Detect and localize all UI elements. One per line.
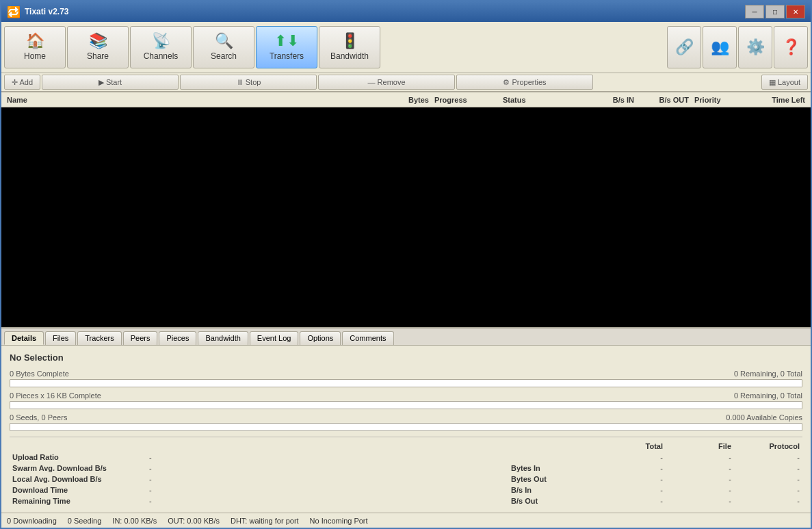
status-dht: DHT: waiting for port — [231, 517, 299, 525]
help-icon: ❓ — [782, 38, 800, 56]
statusbar: 0 Downloading 0 Seeding IN: 0.00 KB/s OU… — [1, 513, 811, 528]
stats-upload-ratio-label: Upload Ratio — [10, 452, 146, 462]
start-button[interactable]: ▶ Start — [42, 75, 179, 90]
status-seeding: 0 Seeding — [68, 517, 102, 525]
channels-label: Channels — [144, 51, 179, 61]
bandwidth-button[interactable]: 🚦 Bandwidth — [319, 26, 380, 68]
stats-bytes-out-label: Bytes Out — [508, 474, 597, 484]
add-button[interactable]: ✛ Add — [4, 75, 40, 90]
bytes-progress-label: 0 Bytes Complete 0 Remaining, 0 Total — [10, 370, 802, 378]
stats-col-header-total: Total — [597, 441, 666, 451]
stats-upload-ratio-file: - — [666, 452, 734, 462]
col-header-bsin: B/s IN — [582, 96, 637, 104]
pieces-remaining-label: 0 Remaining, 0 Total — [734, 391, 802, 400]
col-header-timeleft: Time Left — [746, 96, 808, 104]
layout-button[interactable]: ▦ Layout — [761, 75, 808, 90]
stats-download-time-label: Download Time — [10, 485, 146, 495]
transfers-icon: ⬆⬇ — [274, 34, 299, 49]
stats-swarm-avg-val: - — [146, 463, 508, 473]
close-button[interactable]: ✕ — [786, 5, 805, 18]
app-icon: 🔁 — [7, 5, 21, 18]
bytes-progress-row: 0 Bytes Complete 0 Remaining, 0 Total — [10, 370, 802, 387]
tab-bandwidth[interactable]: Bandwidth — [198, 331, 248, 345]
bytes-complete-label: 0 Bytes Complete — [10, 370, 69, 378]
settings-icon-button[interactable]: ⚙️ — [738, 26, 772, 68]
col-header-status: Status — [500, 96, 582, 104]
pieces-progress-row: 0 Pieces x 16 KB Complete 0 Remaining, 0… — [10, 391, 802, 409]
stats-bsin-total: - — [597, 485, 666, 495]
stats-download-time-val: - — [146, 485, 508, 495]
stats-swarm-avg-label: Swarm Avg. Download B/s — [10, 463, 146, 473]
toolbar: 🏠 Home 📚 Share 📡 Channels 🔍 Search ⬆⬇ Tr… — [1, 22, 811, 73]
share-button[interactable]: 📚 Share — [67, 26, 129, 68]
tabs-bar: Details Files Trackers Peers Pieces Band… — [1, 328, 811, 346]
titlebar: 🔁 Tixati v2.73 ─ □ ✕ — [1, 1, 811, 22]
tab-details[interactable]: Details — [4, 331, 44, 345]
remove-button[interactable]: — Remove — [318, 75, 455, 90]
stats-bsin-label: B/s In — [508, 485, 597, 495]
stats-col-header-file: File — [666, 441, 734, 451]
tab-peers[interactable]: Peers — [123, 331, 158, 345]
channels-icon: 📡 — [152, 34, 170, 49]
peers-icon-button[interactable]: 🔗 — [667, 26, 701, 68]
stats-col-header-empty1 — [10, 441, 146, 451]
transfers-button[interactable]: ⬆⬇ Transfers — [256, 26, 317, 68]
col-header-bsout: B/s OUT — [637, 96, 692, 104]
stats-remaining-time-val: - — [146, 496, 508, 506]
home-button[interactable]: 🏠 Home — [4, 26, 66, 68]
titlebar-left: 🔁 Tixati v2.73 — [7, 5, 69, 18]
channels-button[interactable]: 📡 Channels — [130, 26, 192, 68]
stats-bytes-in-label: Bytes In — [508, 463, 597, 473]
tab-pieces[interactable]: Pieces — [159, 331, 196, 345]
stats-bytes-out-file: - — [666, 474, 734, 484]
seeds-progress-label: 0 Seeds, 0 Peers 0.000 Available Copies — [10, 413, 802, 422]
users-icon: 👥 — [711, 38, 729, 56]
search-icon: 🔍 — [215, 34, 233, 49]
stop-button[interactable]: ⏸ Stop — [180, 75, 317, 90]
tab-comments[interactable]: Comments — [342, 331, 393, 345]
home-icon: 🏠 — [26, 34, 44, 49]
bandwidth-icon: 🚦 — [341, 34, 359, 49]
stats-grid: Total File Protocol Upload Ratio - - - -… — [10, 441, 802, 506]
available-copies-label: 0.000 Available Copies — [726, 413, 802, 422]
stats-bsin-protocol: - — [734, 485, 802, 495]
col-header-name: Name — [4, 96, 391, 104]
stats-upload-ratio-protocol: - — [734, 452, 802, 462]
pieces-complete-label: 0 Pieces x 16 KB Complete — [10, 391, 101, 400]
stats-bsout-label: B/s Out — [508, 496, 597, 506]
properties-button[interactable]: ⚙ Properties — [456, 75, 593, 90]
tab-options[interactable]: Options — [300, 331, 341, 345]
peers-icon: 🔗 — [675, 38, 694, 56]
tab-eventlog[interactable]: Event Log — [250, 331, 299, 345]
seeds-progress-bar — [10, 423, 802, 431]
status-out-speed: OUT: 0.00 KB/s — [168, 517, 220, 525]
table-header: Name Bytes Progress Status B/s IN B/s OU… — [1, 92, 811, 107]
home-label: Home — [24, 51, 46, 61]
stats-bytes-in-protocol: - — [734, 463, 802, 473]
titlebar-controls: ─ □ ✕ — [745, 5, 805, 18]
stats-upload-ratio-total: - — [597, 452, 666, 462]
help-icon-button[interactable]: ❓ — [774, 26, 808, 68]
stats-col2-empty1 — [508, 452, 597, 462]
transfer-table[interactable] — [1, 107, 811, 327]
settings-icon: ⚙️ — [746, 38, 765, 56]
search-label: Search — [211, 51, 237, 61]
tab-trackers[interactable]: Trackers — [77, 331, 121, 345]
seeds-progress-row: 0 Seeds, 0 Peers 0.000 Available Copies — [10, 413, 802, 431]
stats-table: Total File Protocol Upload Ratio - - - -… — [10, 437, 802, 506]
stats-bytes-out-protocol: - — [734, 474, 802, 484]
app-title: Tixati v2.73 — [25, 7, 69, 16]
minimize-button[interactable]: ─ — [745, 5, 764, 18]
share-label: Share — [87, 51, 109, 61]
search-button[interactable]: 🔍 Search — [193, 26, 254, 68]
stats-local-avg-label: Local Avg. Download B/s — [10, 474, 146, 484]
status-in-speed: IN: 0.00 KB/s — [112, 517, 157, 525]
stats-bytes-out-total: - — [597, 474, 666, 484]
stats-bytes-in-file: - — [666, 463, 734, 473]
col-header-progress: Progress — [432, 96, 500, 104]
details-content: No Selection 0 Bytes Complete 0 Remainin… — [1, 346, 811, 513]
maximize-button[interactable]: □ — [765, 5, 785, 18]
actionbar: ✛ Add ▶ Start ⏸ Stop — Remove ⚙ Properti… — [1, 73, 811, 92]
users-icon-button[interactable]: 👥 — [703, 26, 737, 68]
tab-files[interactable]: Files — [45, 331, 76, 345]
